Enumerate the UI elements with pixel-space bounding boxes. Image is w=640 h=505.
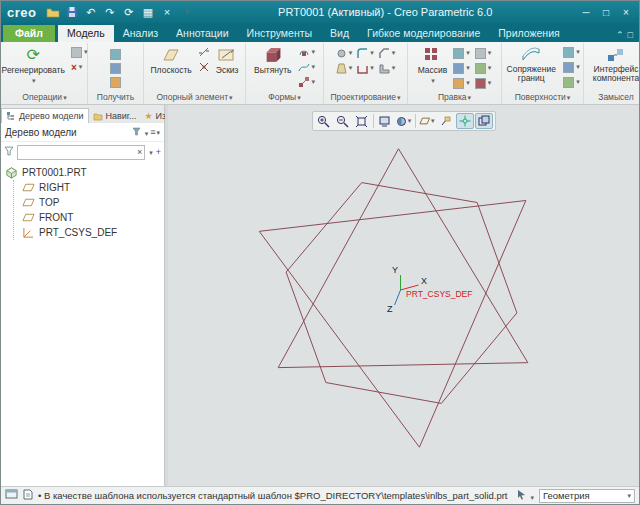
chamfer-button[interactable] — [377, 46, 398, 60]
minimize-button[interactable]: ─ — [577, 4, 595, 20]
import-button[interactable] — [108, 47, 123, 61]
tree-item-front[interactable]: FRONT — [22, 210, 164, 225]
repaint-button[interactable] — [376, 113, 394, 129]
group-label-datum[interactable]: Опорный элемент — [146, 92, 243, 104]
boundary-blend-button[interactable]: Сопряжение границ — [503, 44, 559, 85]
selection-filter-select[interactable]: Геометрия — [539, 489, 635, 503]
spin-center-button[interactable] — [456, 113, 474, 129]
regenerate-quick-icon[interactable]: ⟳ — [121, 4, 136, 20]
ribbon-options-icon[interactable]: □ — [628, 30, 633, 40]
tab-applications[interactable]: Приложения — [489, 25, 568, 42]
view-manager-button[interactable] — [475, 113, 493, 129]
draft-button[interactable] — [334, 61, 355, 75]
message-log-icon[interactable] — [23, 489, 33, 502]
tab-view[interactable]: Вид — [321, 25, 358, 42]
open-folder-icon[interactable] — [45, 4, 60, 20]
tab-annotations[interactable]: Аннотации — [167, 25, 238, 42]
group-label-editing[interactable]: Правка — [410, 92, 499, 104]
group-label-shapes[interactable]: Формы — [248, 92, 321, 104]
freestyle-button[interactable] — [561, 75, 582, 89]
merge-button[interactable] — [451, 61, 472, 75]
annotation-display-icon — [440, 116, 451, 127]
tree-filter-settings-button[interactable] — [132, 127, 148, 138]
mirror-button[interactable] — [451, 46, 472, 60]
add-filter-button[interactable]: + — [156, 148, 161, 157]
refit-button[interactable] — [353, 113, 371, 129]
zoom-out-button[interactable] — [334, 113, 352, 129]
close-window-icon[interactable]: × — [159, 4, 174, 20]
datum-plane-button[interactable]: Плоскость — [149, 44, 194, 76]
shell-button[interactable] — [355, 61, 376, 75]
extrude-button[interactable]: Вытянуть — [252, 44, 294, 76]
tree-search-input[interactable] — [20, 147, 137, 157]
tree-item-top[interactable]: TOP — [22, 195, 164, 210]
revolve-button[interactable] — [296, 45, 318, 59]
extend-button[interactable] — [473, 61, 494, 75]
maximize-button[interactable]: □ — [597, 4, 615, 20]
axis-label-z: Z — [387, 304, 393, 314]
graphics-area[interactable]: Y X Z PRT_CSYS_DEF — [168, 105, 639, 486]
collapse-ribbon-icon[interactable]: ⌃ — [616, 30, 624, 40]
copy-geometry-icon — [110, 63, 121, 74]
redo-icon[interactable]: ↷ — [102, 4, 117, 20]
tab-flexible-modeling[interactable]: Гибкое моделирование — [358, 25, 489, 42]
trim-button[interactable] — [473, 46, 494, 60]
datum-point-button[interactable] — [196, 60, 212, 74]
close-button[interactable]: × — [617, 4, 635, 20]
datum-display-button[interactable] — [418, 113, 436, 129]
component-interface-button[interactable]: Интерфейс компонента — [588, 44, 640, 85]
group-label-surfaces[interactable]: Поверхности — [504, 92, 581, 104]
ribbon-group-operations: ⟳ Регенерировать × Операции — [2, 43, 88, 104]
group-label-operations[interactable]: Операции — [4, 92, 85, 104]
tree-columns-button[interactable]: ≡ — [150, 128, 160, 137]
sketch-triangle-down[interactable] — [259, 200, 526, 447]
sweep-button[interactable] — [296, 60, 318, 74]
tab-analysis[interactable]: Анализ — [114, 25, 167, 42]
shrinkwrap-button[interactable] — [108, 75, 123, 89]
tab-folder-browser[interactable]: Навиг... — [89, 109, 141, 123]
annotation-display-button[interactable] — [437, 113, 455, 129]
copy-button[interactable] — [69, 45, 90, 59]
hole-button[interactable] — [334, 46, 355, 60]
tree-root[interactable]: PRT0001.PRT — [5, 165, 164, 180]
window-layout-icon[interactable]: ▦ — [140, 4, 155, 20]
model-wireframe[interactable] — [168, 105, 639, 486]
copy-geometry-button[interactable] — [108, 61, 123, 75]
delete-button[interactable]: × — [69, 60, 90, 74]
search-clear-icon[interactable]: × — [137, 148, 142, 157]
qat-customize-icon[interactable] — [178, 4, 193, 20]
sketch-hexagon[interactable] — [286, 183, 517, 404]
round-button[interactable] — [355, 46, 376, 60]
search-options-button[interactable] — [148, 148, 153, 157]
save-icon[interactable] — [64, 4, 79, 20]
group-label-engineering[interactable]: Проектирование — [326, 92, 405, 104]
pattern-button[interactable]: Массив — [416, 44, 450, 86]
toolbar-separator — [415, 114, 416, 128]
style-button[interactable] — [561, 60, 582, 74]
zoom-in-button[interactable] — [315, 113, 333, 129]
tab-model-tree[interactable]: Дерево модели — [1, 108, 89, 123]
tab-tools[interactable]: Инструменты — [238, 25, 321, 42]
display-style-button[interactable] — [395, 113, 413, 129]
csys-label[interactable]: PRT_CSYS_DEF — [406, 289, 472, 299]
datum-axis-button[interactable] — [196, 45, 212, 59]
tab-file[interactable]: Файл — [3, 25, 55, 42]
undo-icon[interactable]: ↶ — [83, 4, 98, 20]
full-screen-toggle-icon[interactable] — [5, 489, 18, 502]
tab-model[interactable]: Модель — [58, 25, 114, 42]
fill-button[interactable] — [561, 45, 582, 59]
regenerate-button[interactable]: ⟳ Регенерировать — [0, 44, 67, 86]
offset-button[interactable] — [451, 76, 472, 90]
tree-filter-button[interactable] — [4, 146, 14, 158]
tree-item-right[interactable]: RIGHT — [22, 180, 164, 195]
blend-button[interactable] — [296, 75, 318, 89]
group-label-model-intent[interactable]: Замысел модели — [586, 92, 640, 104]
model-tree: PRT0001.PRT RIGHT TOP FRONT — [1, 162, 164, 486]
project-button[interactable] — [473, 76, 494, 90]
group-label-get-data[interactable]: Получить данные — [90, 92, 141, 104]
selection-appearance-button[interactable] — [516, 489, 534, 502]
tree-item-csys[interactable]: PRT_CSYS_DEF — [22, 225, 164, 240]
sketch-button[interactable]: Эскиз — [214, 44, 241, 76]
sketch-triangle-up[interactable] — [278, 149, 528, 368]
rib-button[interactable] — [377, 61, 398, 75]
